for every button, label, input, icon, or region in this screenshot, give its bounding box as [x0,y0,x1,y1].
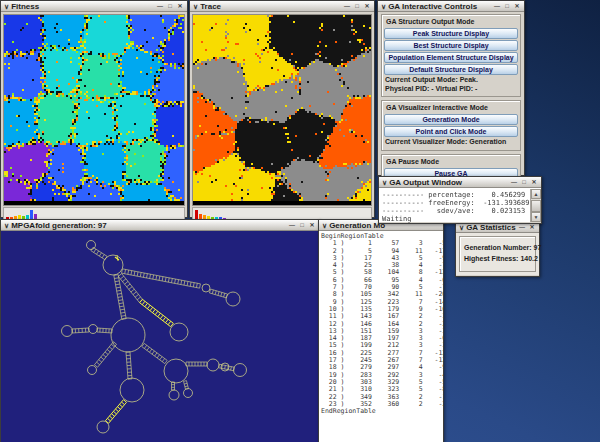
population-element-structure-display-button[interactable]: Population Element Structure Display [384,52,518,63]
fitness-titlebar[interactable]: ∨ Fitness — □ ✕ [1,1,187,12]
ga-interactive-controls-window: ∨ GA Interactive Controls — □ ✕ GA Struc… [377,0,525,176]
maximize-icon[interactable]: □ [353,3,361,10]
fitness-heatmap-canvas[interactable] [4,15,184,201]
region-table: BeginRegionTable 1 ) 1 57 3 -5.5 2 ) 5 9… [319,231,443,415]
scroll-up-icon[interactable]: ▲ [531,189,541,199]
current-visualizer-mode-status: Current Visualizer Mode: Generation [384,138,518,147]
rna-structure-view[interactable] [1,231,319,442]
window-menu-icon[interactable]: ∨ [4,3,9,10]
trace-histogram [195,208,229,219]
fitness-window-title: Fitness [11,2,154,11]
group-label: GA Structure Output Mode [384,17,518,27]
highest-fitness-label: Highest Fitness: 140.2 [464,253,531,264]
mpgafold-titlebar[interactable]: ∨ MPGAfold generation: 97 — □ ✕ [1,220,319,231]
stats-panel: Generation Number: 97 Highest Fitness: 1… [459,236,536,272]
window-menu-icon[interactable]: ∨ [381,3,386,10]
ga-output-window: ∨ GA Output Window — □ ✕ ---------- perc… [378,176,542,224]
generation-number-label: Generation Number: 97 [464,242,531,253]
close-icon[interactable]: ✕ [363,3,371,10]
window-menu-icon[interactable]: ∨ [4,222,9,229]
window-menu-icon[interactable]: ∨ [193,3,198,10]
fitness-histogram [6,208,40,219]
maximize-icon[interactable]: □ [166,3,174,10]
minimize-icon[interactable]: — [156,3,164,10]
minimize-icon[interactable]: — [343,3,351,10]
mpgafold-window-title: MPGAfold generation: 97 [11,221,286,230]
generation-mode-button[interactable]: Generation Mode [384,114,518,125]
peak-structure-display-button[interactable]: Peak Structure Display [384,28,518,39]
default-structure-display-button[interactable]: Default Structure Display [384,64,518,75]
mpgafold-window: ∨ MPGAfold generation: 97 — □ ✕ [0,219,320,442]
scroll-down-icon[interactable]: ▼ [531,212,541,222]
ga-controls-window-title: GA Interactive Controls [388,2,491,11]
visualizer-interactive-mode-group: GA Visualizer Interactive Mode Generatio… [381,100,521,151]
pid-status: Physical PID: - Virtual PID: - [384,85,518,94]
close-icon[interactable]: ✕ [530,179,538,186]
ga-output-text: ---------- percentage: 0.456299 --------… [379,189,541,225]
close-icon[interactable]: ✕ [308,222,316,229]
trace-window: ∨ Trace — □ ✕ [189,0,375,218]
trace-heatmap-canvas[interactable] [193,15,371,201]
minimize-icon[interactable]: — [510,179,518,186]
fitness-window: ∨ Fitness — □ ✕ [0,0,188,218]
trace-window-title: Trace [200,2,341,11]
maximize-icon[interactable]: □ [503,3,511,10]
maximize-icon[interactable]: □ [520,179,528,186]
trace-titlebar[interactable]: ∨ Trace — □ ✕ [190,1,374,12]
close-icon[interactable]: ✕ [176,3,184,10]
current-output-mode-status: Current Output Mode: Peak. [384,76,518,85]
generation-monitor-window: ∨ Generation Mo BeginRegionTable 1 ) 1 5… [318,219,444,442]
best-structure-display-button[interactable]: Best Structure Display [384,40,518,51]
point-and-click-mode-button[interactable]: Point and Click Mode [384,126,518,137]
close-icon[interactable]: ✕ [513,3,521,10]
group-label: GA Pause Mode [384,157,518,167]
structure-output-mode-group: GA Structure Output Mode Peak Structure … [381,14,521,97]
output-scrollbar[interactable]: ▲ ▼ [530,189,541,222]
ga-controls-titlebar[interactable]: ∨ GA Interactive Controls — □ ✕ [378,1,524,12]
ga-output-window-title: GA Output Window [389,178,508,187]
window-menu-icon[interactable]: ∨ [322,222,327,229]
ga-output-titlebar[interactable]: ∨ GA Output Window — □ ✕ [379,177,541,188]
maximize-icon[interactable]: □ [298,222,306,229]
scrollbar-thumb[interactable] [531,200,541,212]
rna-structure-drawing [1,231,319,442]
group-label: GA Visualizer Interactive Mode [384,103,518,113]
ga-statistics-window: ∨ GA Statistics — ✕ Generation Number: 9… [455,221,540,277]
minimize-icon[interactable]: — [493,3,501,10]
minimize-icon[interactable]: — [288,222,296,229]
window-menu-icon[interactable]: ∨ [382,179,387,186]
